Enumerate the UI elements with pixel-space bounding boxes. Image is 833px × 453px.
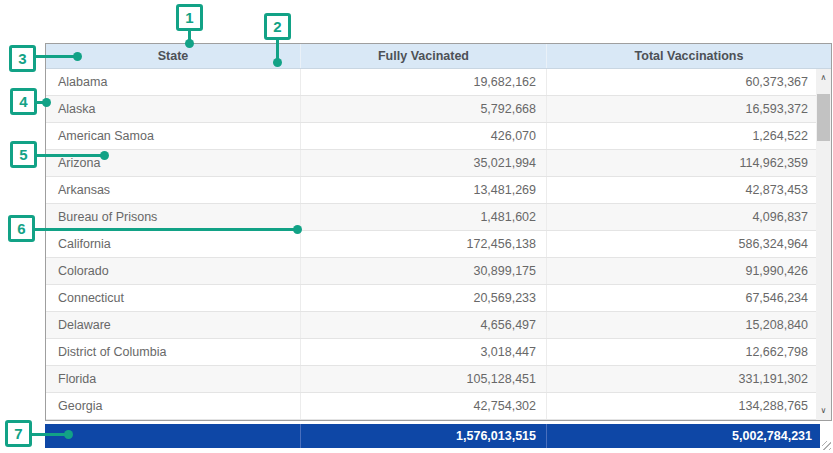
callout-dot [185, 39, 194, 48]
table-row[interactable]: Arkansas 13,481,269 42,873,453 [46, 177, 816, 204]
callout-dot [273, 58, 282, 67]
table-header-row: State Fully Vacinated Total Vaccinations [46, 44, 831, 69]
table-row[interactable]: Alabama 19,682,162 60,373,367 [46, 69, 816, 96]
callout-line [36, 55, 77, 58]
callout-line [32, 433, 68, 436]
header-fully-vaccinated[interactable]: Fully Vacinated [301, 44, 547, 68]
chevron-down-icon: ∨ [821, 407, 827, 415]
summary-row: 1,576,013,515 5,002,784,231 [45, 424, 820, 448]
header-state[interactable]: State [46, 44, 301, 68]
table-row[interactable]: American Samoa 426,070 1,264,522 [46, 123, 816, 150]
fully-vaccinated-cell: 35,021,994 [301, 150, 547, 176]
callout-3: 3 [9, 45, 36, 72]
callout-5: 5 [10, 141, 37, 168]
total-vaccinations-cell: 4,096,837 [547, 204, 816, 230]
state-cell: Colorado [46, 258, 301, 284]
callout-1: 1 [176, 4, 203, 31]
total-vaccinations-cell: 67,546,234 [547, 285, 816, 311]
callout-number: 6 [17, 220, 25, 237]
resize-grip-icon[interactable] [822, 441, 831, 450]
vertical-scrollbar[interactable]: ∧ ∨ [816, 69, 831, 420]
fully-vaccinated-cell: 426,070 [301, 123, 547, 149]
callout-6: 6 [8, 215, 35, 242]
callout-dot [64, 430, 73, 439]
callout-7: 7 [5, 420, 32, 447]
total-vaccinations-cell: 12,662,798 [547, 339, 816, 365]
state-cell: Delaware [46, 312, 301, 338]
fully-vaccinated-cell: 4,656,497 [301, 312, 547, 338]
total-vaccinations-cell: 15,208,840 [547, 312, 816, 338]
total-vaccinations-cell: 60,373,367 [547, 69, 816, 95]
callout-2: 2 [264, 13, 291, 40]
total-vaccinations-cell: 16,593,372 [547, 96, 816, 122]
fully-vaccinated-cell: 172,456,138 [301, 231, 547, 257]
fully-vaccinated-cell: 1,481,602 [301, 204, 547, 230]
state-cell: District of Columbia [46, 339, 301, 365]
dashboard-table-screenshot: State Fully Vacinated Total Vaccinations… [0, 0, 833, 453]
total-vaccinations-cell: 134,288,765 [547, 393, 816, 419]
state-cell: Bureau of Prisons [46, 204, 301, 230]
callout-dot [73, 52, 82, 61]
fully-vaccinated-cell: 42,754,302 [301, 393, 547, 419]
total-vaccinations-cell: 91,990,426 [547, 258, 816, 284]
fully-vaccinated-cell: 19,682,162 [301, 69, 547, 95]
total-vaccinations-cell: 586,324,964 [547, 231, 816, 257]
total-vaccinations-cell: 42,873,453 [547, 177, 816, 203]
table-row[interactable]: Georgia 42,754,302 134,288,765 [46, 393, 816, 420]
callout-dot [100, 151, 109, 160]
state-cell: Arkansas [46, 177, 301, 203]
fully-vaccinated-cell: 105,128,451 [301, 366, 547, 392]
callout-dot [42, 98, 51, 107]
state-cell: Connecticut [46, 285, 301, 311]
callout-number: 2 [273, 18, 281, 35]
callout-number: 4 [19, 93, 27, 110]
state-cell: Georgia [46, 393, 301, 419]
header-total-vaccinations[interactable]: Total Vaccinations [547, 44, 831, 68]
state-cell: Alabama [46, 69, 301, 95]
summary-fully-value: 1,576,013,515 [301, 424, 547, 448]
fully-vaccinated-cell: 13,481,269 [301, 177, 547, 203]
callout-number: 7 [14, 425, 22, 442]
callout-dot [293, 225, 302, 234]
scrollbar-thumb[interactable] [817, 94, 830, 141]
callout-number: 5 [19, 146, 27, 163]
table-row[interactable]: Alaska 5,792,668 16,593,372 [46, 96, 816, 123]
scroll-up-button[interactable]: ∧ [816, 70, 831, 86]
callout-number: 1 [185, 9, 193, 26]
state-cell: American Samoa [46, 123, 301, 149]
fully-vaccinated-cell: 20,569,233 [301, 285, 547, 311]
callout-4: 4 [10, 88, 37, 115]
chevron-up-icon: ∧ [821, 74, 827, 82]
table-row[interactable]: Florida 105,128,451 331,191,302 [46, 366, 816, 393]
summary-state-cell [45, 424, 301, 448]
table-row[interactable]: Delaware 4,656,497 15,208,840 [46, 312, 816, 339]
state-cell: California [46, 231, 301, 257]
fully-vaccinated-cell: 5,792,668 [301, 96, 547, 122]
callout-line [37, 154, 104, 157]
state-cell: Florida [46, 366, 301, 392]
fully-vaccinated-cell: 3,018,447 [301, 339, 547, 365]
callout-number: 3 [18, 50, 26, 67]
table-row[interactable]: Colorado 30,899,175 91,990,426 [46, 258, 816, 285]
total-vaccinations-cell: 114,962,359 [547, 150, 816, 176]
total-vaccinations-cell: 1,264,522 [547, 123, 816, 149]
state-cell: Alaska [46, 96, 301, 122]
table-row[interactable]: Bureau of Prisons 1,481,602 4,096,837 [46, 204, 816, 231]
table-row[interactable]: Arizona 35,021,994 114,962,359 [46, 150, 816, 177]
table-row[interactable]: California 172,456,138 586,324,964 [46, 231, 816, 258]
table-body: Alabama 19,682,162 60,373,367 Alaska 5,7… [46, 69, 831, 420]
table-row[interactable]: District of Columbia 3,018,447 12,662,79… [46, 339, 816, 366]
callout-line [35, 228, 297, 231]
scroll-down-button[interactable]: ∨ [816, 403, 831, 419]
vaccinations-table: State Fully Vacinated Total Vaccinations… [45, 43, 832, 421]
summary-total-value: 5,002,784,231 [547, 424, 820, 448]
table-row[interactable]: Connecticut 20,569,233 67,546,234 [46, 285, 816, 312]
fully-vaccinated-cell: 30,899,175 [301, 258, 547, 284]
total-vaccinations-cell: 331,191,302 [547, 366, 816, 392]
